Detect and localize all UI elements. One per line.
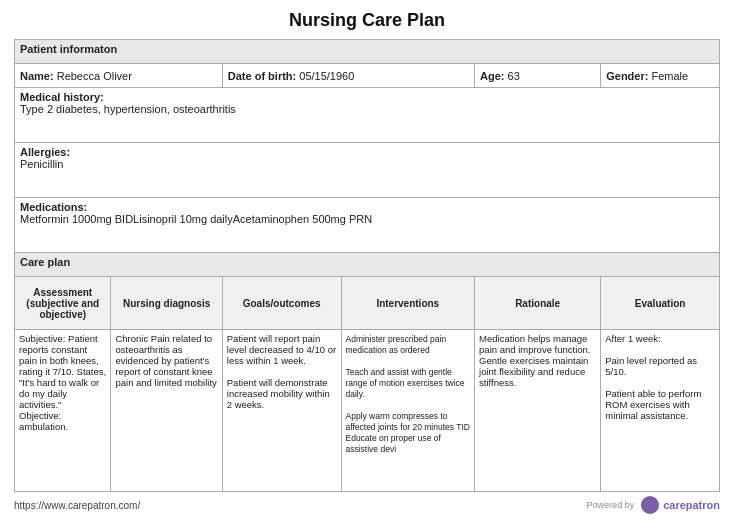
medications-row: Medications: Metformin 1000mg BIDLisinop…: [15, 198, 720, 253]
carepatron-logo: Powered by carepatron: [587, 496, 720, 514]
patient-dob-cell: Date of birth: 05/15/1960: [222, 64, 474, 88]
allergies-cell: Allergies: Penicillin: [15, 143, 720, 198]
patient-name: Rebecca Oliver: [57, 70, 132, 82]
patient-age: 63: [508, 70, 520, 82]
care-plan-data-row: Subjective: Patient reports constant pai…: [15, 330, 720, 492]
rationale-value: Medication helps manage pain and improve…: [479, 333, 590, 388]
carepatron-icon: [641, 496, 659, 514]
patient-gender: Female: [651, 70, 688, 82]
col-nursing-diagnosis: Nursing diagnosis: [111, 277, 222, 330]
allergies-row: Allergies: Penicillin: [15, 143, 720, 198]
nursing-diagnosis-value: Chronic Pain related to osteoarthritis a…: [115, 333, 216, 388]
allergies-value: Penicillin: [20, 158, 714, 170]
col-rationale: Rationale: [475, 277, 601, 330]
care-plan-col-headers: Assessment(subjective and objective) Nur…: [15, 277, 720, 330]
allergies-label: Allergies:: [20, 146, 714, 158]
patient-section-header-row: Patient informaton: [15, 40, 720, 64]
page: Nursing Care Plan Patient informaton Nam…: [0, 0, 734, 520]
col-assessment: Assessment(subjective and objective): [15, 277, 111, 330]
patient-dob: 05/15/1960: [299, 70, 354, 82]
col-evaluation: Evaluation: [601, 277, 720, 330]
care-plan-section-header: Care plan: [15, 253, 720, 277]
medications-cell: Medications: Metformin 1000mg BIDLisinop…: [15, 198, 720, 253]
gender-label: Gender:: [606, 70, 648, 82]
medications-label: Medications:: [20, 201, 714, 213]
assessment-value: Subjective: Patient reports constant pai…: [19, 333, 106, 432]
goals-cell: Patient will report pain level decreased…: [222, 330, 341, 492]
col-interventions: Interventions: [341, 277, 475, 330]
patient-section-header: Patient informaton: [15, 40, 720, 64]
patient-info-row: Name: Rebecca Oliver Date of birth: 05/1…: [15, 64, 720, 88]
medical-history-value: Type 2 diabetes, hypertension, osteoarth…: [20, 103, 714, 115]
medications-value: Metformin 1000mg BIDLisinopril 10mg dail…: [20, 213, 714, 225]
evaluation-cell: After 1 week:Pain level reported as 5/10…: [601, 330, 720, 492]
page-title: Nursing Care Plan: [14, 10, 720, 31]
dob-label: Date of birth:: [228, 70, 296, 82]
col-goals: Goals/outcomes: [222, 277, 341, 330]
main-table: Patient informaton Name: Rebecca Oliver …: [14, 39, 720, 492]
patient-age-cell: Age: 63: [475, 64, 601, 88]
medical-history-label: Medical history:: [20, 91, 714, 103]
patient-gender-cell: Gender: Female: [601, 64, 720, 88]
carepatron-brand: carepatron: [663, 499, 720, 511]
evaluation-value: After 1 week:Pain level reported as 5/10…: [605, 333, 701, 421]
footer: https://www.carepatron.com/ Powered by c…: [14, 496, 720, 514]
medical-history-cell: Medical history: Type 2 diabetes, hypert…: [15, 88, 720, 143]
powered-by-label: Powered by: [587, 500, 635, 510]
nursing-diagnosis-cell: Chronic Pain related to osteoarthritis a…: [111, 330, 222, 492]
care-plan-header-row: Care plan: [15, 253, 720, 277]
age-label: Age:: [480, 70, 504, 82]
goals-value: Patient will report pain level decreased…: [227, 333, 336, 410]
rationale-cell: Medication helps manage pain and improve…: [475, 330, 601, 492]
interventions-cell: Administer prescribed pain medication as…: [341, 330, 475, 492]
medical-history-row: Medical history: Type 2 diabetes, hypert…: [15, 88, 720, 143]
name-label: Name:: [20, 70, 54, 82]
interventions-value: Administer prescribed pain medication as…: [346, 334, 470, 454]
assessment-cell: Subjective: Patient reports constant pai…: [15, 330, 111, 492]
patient-name-cell: Name: Rebecca Oliver: [15, 64, 223, 88]
footer-url[interactable]: https://www.carepatron.com/: [14, 500, 140, 511]
